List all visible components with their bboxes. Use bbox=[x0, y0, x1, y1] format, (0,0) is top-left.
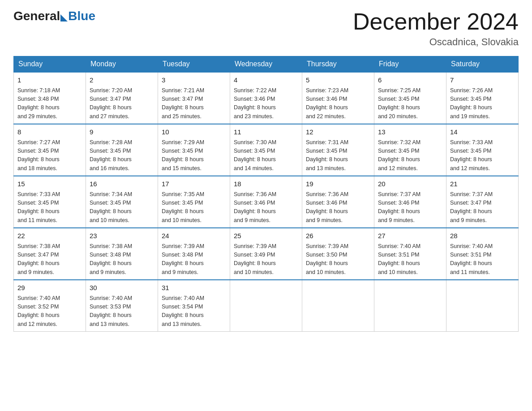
day-info: Sunrise: 7:38 AMSunset: 3:48 PMDaylight:… bbox=[90, 242, 154, 277]
calendar-cell: 7Sunrise: 7:26 AMSunset: 3:45 PMDaylight… bbox=[446, 72, 519, 124]
day-info: Sunrise: 7:29 AMSunset: 3:45 PMDaylight:… bbox=[162, 138, 226, 173]
calendar-cell: 11Sunrise: 7:30 AMSunset: 3:45 PMDayligh… bbox=[230, 124, 302, 176]
calendar-cell: 13Sunrise: 7:32 AMSunset: 3:45 PMDayligh… bbox=[374, 124, 446, 176]
day-number: 3 bbox=[162, 75, 226, 86]
calendar-cell bbox=[374, 280, 446, 332]
location-label: Oscadnica, Slovakia bbox=[353, 36, 519, 48]
calendar-cell: 5Sunrise: 7:23 AMSunset: 3:46 PMDaylight… bbox=[302, 72, 374, 124]
calendar-cell: 16Sunrise: 7:34 AMSunset: 3:45 PMDayligh… bbox=[86, 176, 158, 228]
calendar-cell bbox=[302, 280, 374, 332]
day-info: Sunrise: 7:39 AMSunset: 3:49 PMDaylight:… bbox=[234, 242, 298, 277]
day-number: 26 bbox=[306, 231, 370, 241]
day-info: Sunrise: 7:22 AMSunset: 3:46 PMDaylight:… bbox=[234, 86, 298, 121]
day-number: 31 bbox=[162, 283, 226, 293]
week-row-4: 22Sunrise: 7:38 AMSunset: 3:47 PMDayligh… bbox=[14, 228, 519, 280]
month-title: December 2024 bbox=[353, 9, 519, 34]
day-number: 16 bbox=[90, 179, 154, 189]
calendar-cell: 3Sunrise: 7:21 AMSunset: 3:47 PMDaylight… bbox=[158, 72, 230, 124]
header-right: December 2024 Oscadnica, Slovakia bbox=[353, 9, 519, 48]
day-info: Sunrise: 7:38 AMSunset: 3:47 PMDaylight:… bbox=[17, 242, 82, 277]
weekday-header-friday: Friday bbox=[374, 56, 446, 73]
day-info: Sunrise: 7:26 AMSunset: 3:45 PMDaylight:… bbox=[450, 86, 515, 121]
page-header: General Blue December 2024 Oscadnica, Sl… bbox=[13, 9, 519, 48]
week-row-1: 1Sunrise: 7:18 AMSunset: 3:48 PMDaylight… bbox=[14, 72, 519, 124]
day-info: Sunrise: 7:40 AMSunset: 3:51 PMDaylight:… bbox=[450, 242, 515, 277]
day-number: 4 bbox=[234, 75, 298, 86]
day-number: 7 bbox=[450, 75, 515, 86]
day-info: Sunrise: 7:18 AMSunset: 3:48 PMDaylight:… bbox=[17, 86, 82, 121]
week-row-3: 15Sunrise: 7:33 AMSunset: 3:45 PMDayligh… bbox=[14, 176, 519, 228]
day-info: Sunrise: 7:35 AMSunset: 3:45 PMDaylight:… bbox=[162, 190, 226, 225]
day-info: Sunrise: 7:28 AMSunset: 3:45 PMDaylight:… bbox=[90, 138, 154, 173]
day-info: Sunrise: 7:20 AMSunset: 3:47 PMDaylight:… bbox=[90, 86, 154, 121]
day-number: 20 bbox=[378, 179, 442, 189]
calendar-cell: 15Sunrise: 7:33 AMSunset: 3:45 PMDayligh… bbox=[14, 176, 86, 228]
day-number: 24 bbox=[162, 231, 226, 241]
day-info: Sunrise: 7:30 AMSunset: 3:45 PMDaylight:… bbox=[234, 138, 298, 173]
day-number: 12 bbox=[306, 127, 370, 137]
calendar-cell: 12Sunrise: 7:31 AMSunset: 3:45 PMDayligh… bbox=[302, 124, 374, 176]
calendar-cell: 20Sunrise: 7:37 AMSunset: 3:46 PMDayligh… bbox=[374, 176, 446, 228]
logo: General Blue bbox=[13, 9, 95, 23]
calendar-cell: 30Sunrise: 7:40 AMSunset: 3:53 PMDayligh… bbox=[86, 280, 158, 332]
day-info: Sunrise: 7:23 AMSunset: 3:46 PMDaylight:… bbox=[306, 86, 370, 121]
calendar-cell: 26Sunrise: 7:39 AMSunset: 3:50 PMDayligh… bbox=[302, 228, 374, 280]
day-info: Sunrise: 7:37 AMSunset: 3:46 PMDaylight:… bbox=[378, 190, 442, 225]
calendar-cell: 29Sunrise: 7:40 AMSunset: 3:52 PMDayligh… bbox=[14, 280, 86, 332]
weekday-header-wednesday: Wednesday bbox=[230, 56, 302, 73]
day-number: 5 bbox=[306, 75, 370, 86]
day-number: 15 bbox=[17, 179, 82, 189]
logo-general-text: General bbox=[13, 9, 60, 23]
day-info: Sunrise: 7:31 AMSunset: 3:45 PMDaylight:… bbox=[306, 138, 370, 173]
weekday-header-saturday: Saturday bbox=[446, 56, 519, 73]
weekday-header-monday: Monday bbox=[86, 56, 158, 73]
calendar-cell: 1Sunrise: 7:18 AMSunset: 3:48 PMDaylight… bbox=[14, 72, 86, 124]
calendar-cell: 21Sunrise: 7:37 AMSunset: 3:47 PMDayligh… bbox=[446, 176, 519, 228]
day-info: Sunrise: 7:39 AMSunset: 3:50 PMDaylight:… bbox=[306, 242, 370, 277]
day-info: Sunrise: 7:40 AMSunset: 3:54 PMDaylight:… bbox=[162, 294, 226, 329]
week-row-5: 29Sunrise: 7:40 AMSunset: 3:52 PMDayligh… bbox=[14, 280, 519, 332]
calendar-cell: 27Sunrise: 7:40 AMSunset: 3:51 PMDayligh… bbox=[374, 228, 446, 280]
calendar-cell: 18Sunrise: 7:36 AMSunset: 3:46 PMDayligh… bbox=[230, 176, 302, 228]
weekday-header-sunday: Sunday bbox=[14, 56, 86, 73]
calendar-cell: 4Sunrise: 7:22 AMSunset: 3:46 PMDaylight… bbox=[230, 72, 302, 124]
logo-image: General Blue bbox=[13, 9, 95, 23]
day-number: 17 bbox=[162, 179, 226, 189]
calendar-cell: 31Sunrise: 7:40 AMSunset: 3:54 PMDayligh… bbox=[158, 280, 230, 332]
calendar-table: SundayMondayTuesdayWednesdayThursdayFrid… bbox=[13, 56, 519, 332]
day-number: 28 bbox=[450, 231, 515, 241]
day-number: 21 bbox=[450, 179, 515, 189]
day-number: 6 bbox=[378, 75, 442, 86]
day-info: Sunrise: 7:25 AMSunset: 3:45 PMDaylight:… bbox=[378, 86, 442, 121]
calendar-header-row: SundayMondayTuesdayWednesdayThursdayFrid… bbox=[14, 56, 519, 73]
calendar-cell: 25Sunrise: 7:39 AMSunset: 3:49 PMDayligh… bbox=[230, 228, 302, 280]
calendar-cell bbox=[446, 280, 519, 332]
logo-blue-text: Blue bbox=[68, 9, 95, 23]
day-info: Sunrise: 7:32 AMSunset: 3:45 PMDaylight:… bbox=[378, 138, 442, 173]
day-number: 25 bbox=[234, 231, 298, 241]
calendar-cell: 19Sunrise: 7:36 AMSunset: 3:46 PMDayligh… bbox=[302, 176, 374, 228]
weekday-header-tuesday: Tuesday bbox=[158, 56, 230, 73]
calendar-cell: 6Sunrise: 7:25 AMSunset: 3:45 PMDaylight… bbox=[374, 72, 446, 124]
calendar-cell: 17Sunrise: 7:35 AMSunset: 3:45 PMDayligh… bbox=[158, 176, 230, 228]
weekday-header-thursday: Thursday bbox=[302, 56, 374, 73]
day-number: 29 bbox=[17, 283, 82, 293]
week-row-2: 8Sunrise: 7:27 AMSunset: 3:45 PMDaylight… bbox=[14, 124, 519, 176]
day-number: 13 bbox=[378, 127, 442, 137]
day-number: 14 bbox=[450, 127, 515, 137]
calendar-cell: 28Sunrise: 7:40 AMSunset: 3:51 PMDayligh… bbox=[446, 228, 519, 280]
day-number: 10 bbox=[162, 127, 226, 137]
day-number: 9 bbox=[90, 127, 154, 137]
day-info: Sunrise: 7:36 AMSunset: 3:46 PMDaylight:… bbox=[306, 190, 370, 225]
calendar-cell: 24Sunrise: 7:39 AMSunset: 3:48 PMDayligh… bbox=[158, 228, 230, 280]
day-info: Sunrise: 7:36 AMSunset: 3:46 PMDaylight:… bbox=[234, 190, 298, 225]
day-info: Sunrise: 7:40 AMSunset: 3:51 PMDaylight:… bbox=[378, 242, 442, 277]
day-number: 19 bbox=[306, 179, 370, 189]
day-number: 2 bbox=[90, 75, 154, 86]
day-number: 22 bbox=[17, 231, 82, 241]
calendar-cell: 14Sunrise: 7:33 AMSunset: 3:45 PMDayligh… bbox=[446, 124, 519, 176]
day-info: Sunrise: 7:27 AMSunset: 3:45 PMDaylight:… bbox=[17, 138, 82, 173]
calendar-cell: 10Sunrise: 7:29 AMSunset: 3:45 PMDayligh… bbox=[158, 124, 230, 176]
calendar-cell: 8Sunrise: 7:27 AMSunset: 3:45 PMDaylight… bbox=[14, 124, 86, 176]
day-number: 11 bbox=[234, 127, 298, 137]
